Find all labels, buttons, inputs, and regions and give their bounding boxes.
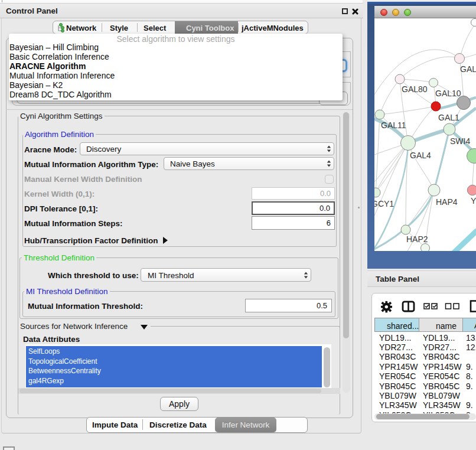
svg-text:SWI4: SWI4 (450, 136, 470, 146)
svg-text:GCY1: GCY1 (374, 199, 394, 208)
svg-text:GAL11: GAL11 (381, 120, 406, 130)
svg-text:GAL2: GAL2 (460, 64, 476, 74)
svg-text:HAP4: HAP4 (436, 197, 458, 207)
svg-text:GAL1: GAL1 (438, 113, 459, 122)
svg-text:GAL80: GAL80 (402, 84, 428, 94)
svg-text:HAP2: HAP2 (406, 234, 428, 244)
svg-text:GAL10: GAL10 (435, 89, 461, 98)
svg-text:YE: YE (471, 196, 476, 206)
svg-text:GAL4: GAL4 (410, 151, 431, 160)
